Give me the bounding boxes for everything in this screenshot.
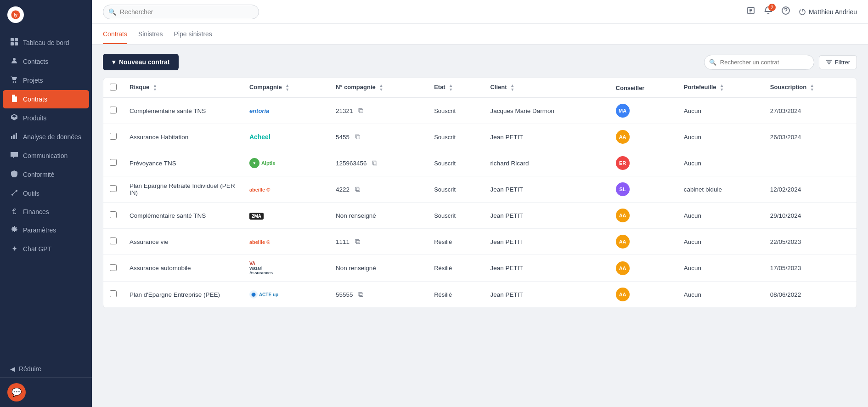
user-menu[interactable]: Matthieu Andrieu: [799, 8, 857, 16]
sidebar-item-finances[interactable]: € Finances: [3, 203, 89, 220]
sidebar-item-label: Contrats: [23, 96, 47, 103]
copy-icon[interactable]: ⧉: [355, 185, 360, 193]
contracts-table: Risque ▲▼ Compagnie ▲▼ N° compagnie ▲▼: [103, 78, 857, 308]
filter-button[interactable]: Filtrer: [819, 55, 857, 69]
copy-icon[interactable]: ⧉: [358, 290, 363, 298]
row-conseiller: AA: [609, 203, 677, 229]
tab-contrats[interactable]: Contrats: [103, 24, 127, 44]
row-checkbox[interactable]: [110, 290, 117, 297]
svg-rect-4: [11, 42, 14, 45]
sidebar-item-communication[interactable]: Communication: [3, 147, 89, 165]
sidebar: ly Tableau de bord Contacts Projets: [0, 0, 92, 407]
table-row[interactable]: Assurance automobile VAWazariAssurances …: [103, 255, 857, 282]
row-compagnie: VAWazariAssurances: [243, 255, 329, 282]
header-portefeuille[interactable]: Portefeuille ▲▼: [677, 78, 764, 98]
table-row[interactable]: Complémentaire santé TNS 2MA Non renseig…: [103, 203, 857, 229]
tab-sinistres[interactable]: Sinistres: [138, 24, 163, 44]
table-row[interactable]: Plan d'Epargne Entreprise (PEE) 🔵ACTE up…: [103, 282, 857, 308]
row-etat: Souscrit: [428, 203, 484, 229]
euro-icon: €: [10, 208, 18, 216]
header-client[interactable]: Client ▲▼: [484, 78, 609, 98]
row-etat: Résilié: [428, 255, 484, 282]
svg-rect-5: [15, 42, 18, 45]
row-risque: Assurance vie: [123, 229, 243, 255]
sidebar-item-projets[interactable]: Projets: [3, 71, 89, 90]
row-souscription: 17/05/2023: [764, 255, 857, 282]
row-checkbox[interactable]: [110, 159, 117, 166]
topbar: 🔍 2 Matthieu Andrieu: [92, 0, 868, 24]
table-body: Complémentaire santé TNS entoria 21321 ⧉…: [103, 98, 857, 308]
status-badge: Souscrit: [434, 158, 456, 168]
svg-text:ly: ly: [14, 12, 18, 17]
row-checkbox-cell: [103, 255, 123, 282]
tasks-icon[interactable]: [746, 6, 755, 17]
copy-icon[interactable]: ⧉: [355, 237, 360, 245]
sparkle-icon: ✦: [10, 244, 18, 253]
row-checkbox[interactable]: [110, 185, 117, 192]
sidebar-item-reduce[interactable]: ◀ Réduire: [3, 362, 89, 376]
chevron-down-icon: ▾: [112, 58, 115, 66]
tab-pipe-sinistres[interactable]: Pipe sinistres: [174, 24, 212, 44]
row-checkbox[interactable]: [110, 133, 117, 140]
header-risque[interactable]: Risque ▲▼: [123, 78, 243, 98]
sidebar-item-tableau-de-bord[interactable]: Tableau de bord: [3, 34, 89, 52]
row-etat: Souscrit: [428, 124, 484, 150]
search-input[interactable]: [103, 5, 259, 19]
search-contract-input[interactable]: [704, 55, 814, 70]
select-all-checkbox[interactable]: [110, 84, 117, 90]
sidebar-item-label: Tableau de bord: [23, 39, 69, 46]
row-checkbox[interactable]: [110, 107, 117, 113]
avatar: ER: [616, 156, 630, 170]
table-row[interactable]: Assurance vie abeille ® 1111 ⧉ Résilié J…: [103, 229, 857, 255]
table-row[interactable]: Plan Epargne Retraite Individuel (PER IN…: [103, 176, 857, 203]
copy-icon[interactable]: ⧉: [372, 159, 377, 167]
header-numero-compagnie[interactable]: N° compagnie ▲▼: [329, 78, 428, 98]
sidebar-item-conformite[interactable]: Conformité: [3, 165, 89, 184]
help-icon[interactable]: [781, 6, 790, 17]
new-contract-button[interactable]: ▾ Nouveau contrat: [103, 54, 179, 70]
table-row[interactable]: Complémentaire santé TNS entoria 21321 ⧉…: [103, 98, 857, 124]
contracts-table-container: Risque ▲▼ Compagnie ▲▼ N° compagnie ▲▼: [103, 78, 857, 308]
sidebar-item-contrats[interactable]: Contrats: [3, 90, 89, 108]
row-checkbox-cell: [103, 124, 123, 150]
header-compagnie[interactable]: Compagnie ▲▼: [243, 78, 329, 98]
chat-bubble-button[interactable]: 💬: [7, 383, 26, 401]
header-etat[interactable]: Etat ▲▼: [428, 78, 484, 98]
table-row[interactable]: Assurance Habitation Acheel 5455 ⧉ Sousc…: [103, 124, 857, 150]
search-contract-icon: 🔍: [709, 59, 716, 66]
row-risque: Assurance Habitation: [123, 124, 243, 150]
row-souscription: 08/06/2022: [764, 282, 857, 308]
chevron-left-icon: ◀: [10, 365, 15, 373]
row-portefeuille: Aucun: [677, 98, 764, 124]
row-numero: Non renseigné: [329, 255, 428, 282]
table-row[interactable]: Prévoyance TNS ♥Alptis 125963456 ⧉ Sousc…: [103, 150, 857, 176]
svg-rect-2: [11, 38, 14, 41]
sidebar-item-produits[interactable]: Produits: [3, 109, 89, 127]
sort-arrows-risque: ▲▼: [153, 84, 157, 92]
header-souscription[interactable]: Souscription ▲▼: [764, 78, 857, 98]
sidebar-item-parametres[interactable]: Paramètres: [3, 221, 89, 239]
row-checkbox[interactable]: [110, 264, 117, 271]
sidebar-item-label: Projets: [23, 77, 43, 84]
row-checkbox[interactable]: [110, 237, 117, 244]
row-etat: Souscrit: [428, 150, 484, 176]
avatar: MA: [616, 104, 630, 118]
sort-arrows-souscription: ▲▼: [810, 84, 814, 92]
row-compagnie: abeille ®: [243, 229, 329, 255]
sidebar-item-label: Outils: [23, 190, 39, 197]
row-checkbox[interactable]: [110, 211, 117, 218]
row-numero: 4222 ⧉: [329, 176, 428, 203]
copy-icon[interactable]: ⧉: [355, 133, 360, 141]
avatar: AA: [616, 235, 630, 249]
notifications-icon[interactable]: 2: [764, 6, 773, 17]
copy-icon[interactable]: ⧉: [358, 107, 363, 114]
avatar: AA: [616, 261, 630, 275]
row-client: Jean PETIT: [484, 229, 609, 255]
sidebar-item-outils[interactable]: Outils: [3, 184, 89, 203]
sidebar-item-chat-gpt[interactable]: ✦ Chat GPT: [3, 240, 89, 258]
sidebar-item-analyse-de-donnees[interactable]: Analyse de données: [3, 128, 89, 146]
row-portefeuille: Aucun: [677, 150, 764, 176]
avatar: AA: [616, 288, 630, 301]
sidebar-item-contacts[interactable]: Contacts: [3, 52, 89, 71]
sort-arrows-portefeuille: ▲▼: [720, 84, 724, 92]
